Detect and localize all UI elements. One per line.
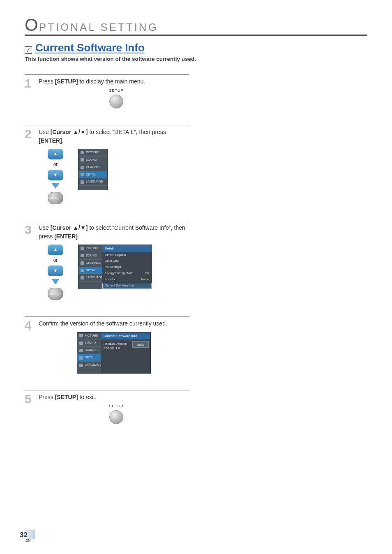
osd-item-label: Energy Saving Mode [105,271,134,276]
section-subtitle: This function shows what version of the … [25,56,367,62]
chevron-down-icon [51,183,60,189]
step1-text-post: to display the main menu. [78,78,145,85]
osd-item: Child Lock [102,258,152,264]
osd-side-row: CHANNEL [78,260,102,267]
osd-label: LANGUAGE [86,275,103,280]
step-5: 5 Press [SETUP] to exit. SETUP [25,393,189,424]
step-number: 1 [25,77,35,108]
step3-text-bold2: [ENTER] [54,233,78,240]
language-icon [81,276,84,279]
setup-button-label: SETUP [109,88,123,93]
osd-item: Closed Caption [102,252,152,259]
osd-panel-title: Current Software Info [101,332,150,340]
osd-main-menu: PICTURE SOUND CHANNEL DETAIL LANGUAGE [78,149,108,190]
detail-icon [79,356,83,360]
osd-row: SOUND [78,157,107,164]
osd-side-row: SOUND [78,252,102,260]
or-label: or [53,257,58,264]
osd-label: SOUND [85,341,96,345]
osd-row: LANGUAGE [78,178,107,186]
chevron-down-icon [51,279,60,284]
language-icon [81,180,84,184]
step-number: 4 [25,319,35,374]
sound-icon [81,158,84,162]
osd-label: PICTURE [86,150,99,155]
step1-text-bold: [SETUP] [55,78,78,85]
cursor-down-icon [48,170,63,180]
setup-button-label: SETUP [109,404,123,409]
sound-icon [79,342,83,345]
osd-item: LocationHome [102,277,152,283]
osd-side-row-selected: DETAIL [77,354,101,362]
osd-row: PICTURE [78,149,107,157]
step-3: 3 Use [Cursor ▲/▼] to select “Current So… [25,224,189,300]
step-1: 1 Press [SETUP] to display the main menu… [25,77,189,108]
step2-text-pre: Use [39,129,51,135]
osd-item-selected: Current Software Info [102,283,152,289]
osd-item: Energy Saving ModeOn [102,270,152,277]
osd-item-value: Home [141,277,149,282]
osd-detail-menu: PICTURE SOUND CHANNEL DETAIL LANGUAGE De… [78,245,152,289]
step-number: 5 [25,393,35,424]
step4-text: Confirm the version of the software curr… [39,319,189,328]
enter-button-icon: ENTER [48,288,63,300]
osd-item-label: PC Settings [105,265,121,270]
step-4: 4 Confirm the version of the software cu… [25,319,189,374]
section-title: Current Software Info [35,42,145,54]
picture-icon [81,247,84,250]
chapter-rest: PTIONAL SETTING [39,21,158,34]
osd-label: LANGUAGE [86,180,103,184]
divider [25,74,189,75]
osd-software-info: PICTURE SOUND CHANNEL DETAIL LANGUAGE Cu… [77,332,151,374]
osd-label: DETAIL [86,173,97,177]
release-version-value: ES2OS_1.0 [104,346,130,351]
osd-side-row: LANGUAGE [77,362,101,369]
detail-icon [81,269,84,272]
section-heading: ✓ Current Software Info [25,42,367,54]
step2-text-post: . [62,137,64,144]
step3-text-pre: Use [39,224,51,231]
step3-text-bold: [Cursor ▲/▼] [51,224,88,231]
osd-label: CHANNEL [86,261,101,265]
or-label: or [53,161,58,168]
osd-item-label: Current Software Info [105,284,134,288]
osd-side-row: PICTURE [78,245,102,252]
cursor-up-icon [48,149,63,159]
language-icon [79,364,83,367]
osd-label: DETAIL [86,268,97,273]
osd-row-selected: DETAIL [78,171,107,179]
step3-text-post: . [78,233,79,240]
osd-label: PICTURE [85,334,98,338]
osd-label: SOUND [86,254,97,258]
osd-side-row-selected: DETAIL [78,267,102,275]
osd-side-row: PICTURE [77,332,101,340]
channel-icon [81,166,84,169]
osd-item-value: On [145,271,149,276]
chapter-header: O PTIONAL SETTING [25,16,367,36]
detail-icon [81,173,84,176]
checkbox-icon: ✓ [25,46,32,54]
step2-text-mid: to select “DETAIL”, then press [88,129,166,135]
sound-icon [81,254,84,257]
setup-button-icon [109,95,123,108]
osd-item-label: Closed Caption [105,253,126,258]
page-footer: 32 EN [18,530,35,542]
osd-label: CHANNEL [85,348,99,353]
picture-icon [81,151,84,154]
osd-label: DETAIL [85,355,95,360]
osd-label: LANGUAGE [85,363,102,367]
osd-item: PC Settings [102,264,152,270]
setup-button-icon [109,410,123,424]
channel-icon [81,261,84,265]
divider [25,221,189,221]
channel-icon [79,349,83,352]
release-version-label: Release Version: [104,342,130,346]
step-number: 2 [25,128,35,204]
step-number: 3 [25,224,35,300]
picture-icon [79,334,83,337]
osd-label: PICTURE [86,246,99,251]
chapter-initial: O [25,16,38,34]
step5-text-bold: [SETUP] [55,394,78,400]
osd-row: CHANNEL [78,164,107,171]
page-number: 32 [20,531,28,539]
